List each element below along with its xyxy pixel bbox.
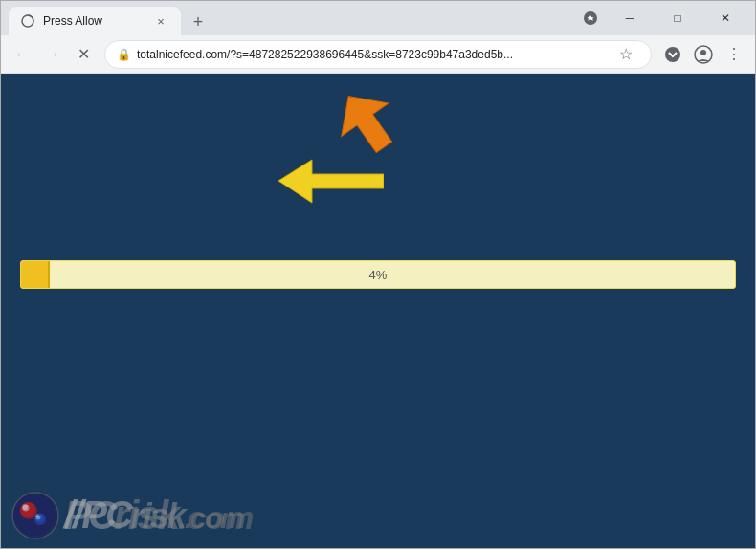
address-bar: ← → ✕ 🔒 totalnicefeed.com/?s=48728252293… (1, 35, 755, 74)
maximize-button[interactable]: □ (656, 1, 700, 35)
watermark-pc: PC (64, 493, 114, 538)
pcrisk-ball-icon (11, 491, 60, 540)
new-tab-button[interactable]: + (185, 9, 211, 35)
watermark-dotcom: .com (178, 499, 254, 536)
security-lock-icon: 🔒 (117, 48, 131, 61)
progress-label: 4% (369, 268, 388, 282)
browser-window: Press Allow × + ─ □ ✕ ← → ✕ 🔒 totalnicef… (0, 0, 756, 549)
svg-point-5 (700, 50, 706, 55)
chrome-menu-button[interactable]: ⋮ (721, 41, 747, 68)
minimize-button[interactable]: ─ (608, 1, 652, 35)
title-bar: Press Allow × + ─ □ ✕ (1, 1, 755, 35)
svg-marker-7 (278, 160, 384, 203)
svg-point-17 (36, 516, 41, 520)
extensions-menu-button[interactable] (659, 41, 686, 68)
svg-point-14 (20, 502, 37, 519)
svg-point-16 (34, 514, 46, 525)
back-button[interactable]: ← (9, 41, 35, 68)
svg-point-3 (665, 47, 680, 62)
progress-bar-container: 4% (20, 260, 736, 289)
tab-favicon (20, 13, 35, 29)
extensions-button[interactable] (577, 5, 604, 32)
svg-point-15 (23, 505, 30, 512)
watermark-risk: risk (114, 493, 178, 538)
page-content: 4% //PCrisk.com (1, 74, 755, 548)
tab-close-button[interactable]: × (152, 12, 169, 30)
close-window-button[interactable]: ✕ (703, 1, 747, 35)
active-tab[interactable]: Press Allow × (9, 7, 181, 35)
tab-strip: Press Allow × + (9, 1, 577, 35)
window-controls: ─ □ ✕ (608, 1, 747, 35)
forward-button[interactable]: → (39, 41, 66, 68)
svg-marker-6 (325, 91, 403, 164)
tab-title: Press Allow (43, 14, 145, 28)
watermark-text-group: PCrisk.com (11, 491, 254, 540)
extension-icon (583, 11, 598, 26)
yellow-arrow (278, 155, 384, 208)
progress-fill (21, 261, 50, 288)
bookmark-star-button[interactable]: ☆ (612, 41, 639, 68)
profile-button[interactable] (690, 41, 717, 68)
url-display: totalnicefeed.com/?s=487282522938696445&… (137, 48, 607, 61)
reload-stop-button[interactable]: ✕ (70, 41, 97, 68)
address-omnibox[interactable]: 🔒 totalnicefeed.com/?s=48728252293869644… (104, 40, 652, 69)
